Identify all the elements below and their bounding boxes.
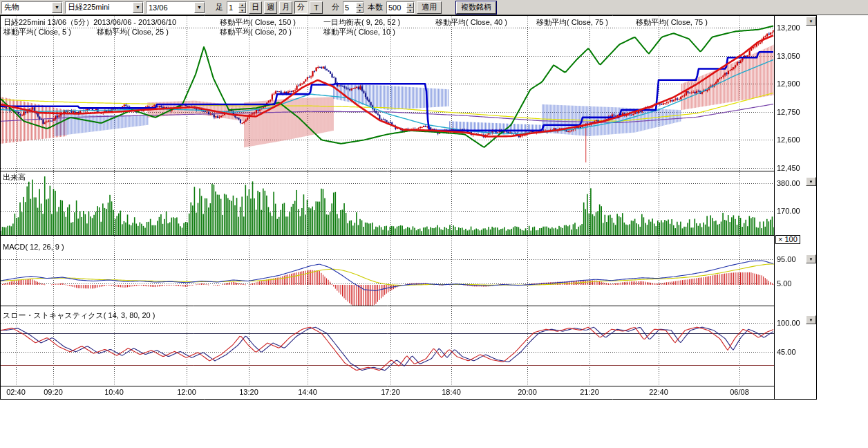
contract-month-dropdown[interactable]: 13/06 ▼ (146, 1, 205, 14)
period-day-button[interactable]: 日 (249, 1, 262, 14)
chevron-down-icon[interactable]: ▼ (133, 2, 143, 13)
spin-up-icon[interactable]: ▲ (356, 2, 364, 8)
symbol-dropdown[interactable]: 日経225mini ▼ (65, 1, 144, 14)
apply-button[interactable]: 適用 (417, 1, 442, 14)
minutes-spinner[interactable]: ▲▼ (356, 2, 364, 13)
trading-chart-app: 先物 ▼ 日経225mini ▼ 13/06 ▼ 足 ▲▼ 日 週 月 分 T … (0, 0, 868, 448)
bar-count-input[interactable] (387, 2, 406, 13)
bar-interval-spinner[interactable]: ▲▼ (238, 2, 246, 13)
symbol-value: 日経225mini (66, 2, 133, 12)
minutes-field[interactable]: ▲▼ (343, 1, 364, 14)
bar-type-label: 足 (214, 2, 225, 12)
spin-down-icon[interactable]: ▼ (356, 8, 364, 13)
scale-dropdown-button[interactable]: ▼ (806, 177, 816, 186)
period-tick-button[interactable]: T (310, 1, 323, 14)
bar-interval-field[interactable]: ▲▼ (227, 1, 247, 14)
instrument-type-value: 先物 (2, 2, 52, 12)
bar-count-spinner[interactable]: ▲▼ (406, 2, 414, 13)
bar-interval-input[interactable] (227, 2, 238, 13)
scale-dropdown-button[interactable]: ▼ (806, 254, 816, 263)
spin-up-icon[interactable]: ▲ (406, 2, 414, 8)
scale-dropdown-button[interactable]: ▼ (806, 315, 816, 324)
scale-dropdown-button[interactable]: ▼ (806, 17, 816, 26)
spin-down-icon[interactable]: ▼ (406, 8, 414, 13)
spin-down-icon[interactable]: ▼ (238, 8, 246, 13)
contract-month-value: 13/06 (147, 3, 194, 12)
bar-count-field[interactable]: ▲▼ (386, 1, 415, 14)
period-month-button[interactable]: 月 (279, 1, 292, 14)
bar-count-label: 本数 (366, 2, 384, 12)
minutes-input[interactable] (343, 2, 356, 13)
period-minute-button[interactable]: 分 (294, 1, 308, 14)
multi-symbol-button[interactable]: 複数銘柄 (456, 1, 496, 14)
instrument-type-dropdown[interactable]: 先物 ▼ (1, 1, 63, 14)
chart-canvas[interactable] (0, 15, 817, 400)
minutes-label: 分 (330, 2, 341, 12)
chevron-down-icon[interactable]: ▼ (52, 2, 62, 13)
spin-up-icon[interactable]: ▲ (238, 2, 246, 8)
period-week-button[interactable]: 週 (264, 1, 277, 14)
toolbar: 先物 ▼ 日経225mini ▼ 13/06 ▼ 足 ▲▼ 日 週 月 分 T … (0, 0, 868, 15)
chevron-down-icon[interactable]: ▼ (194, 2, 205, 13)
